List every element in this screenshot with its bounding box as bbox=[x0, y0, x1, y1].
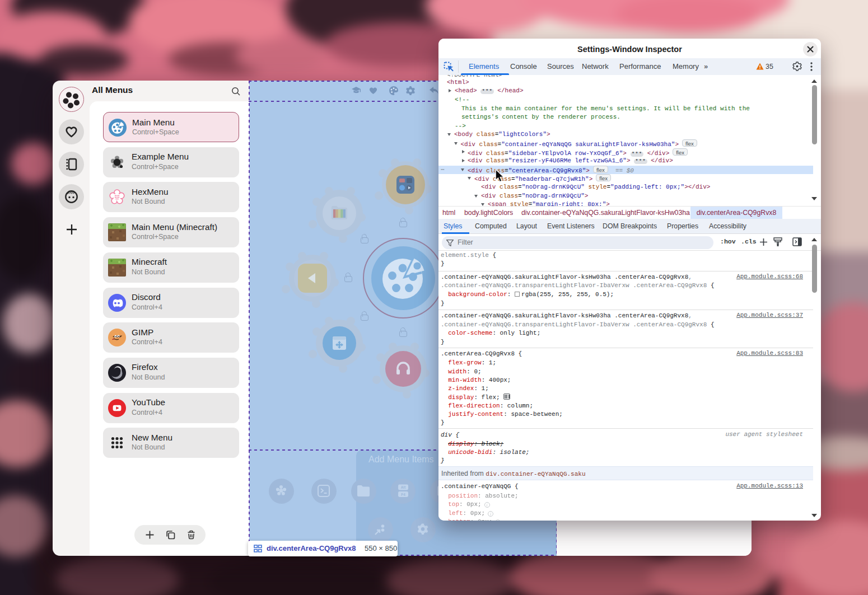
svg-text:Alt: Alt bbox=[401, 485, 406, 489]
svg-text:F4: F4 bbox=[401, 493, 405, 496]
